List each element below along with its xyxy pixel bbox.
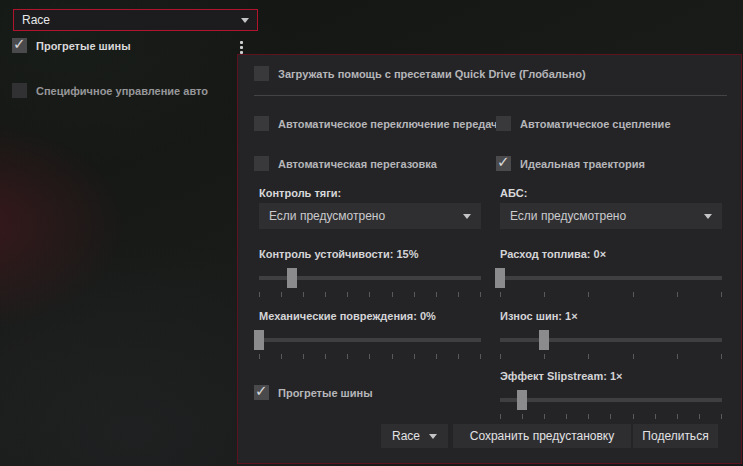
checkbox-label: Прогретые шины: [278, 387, 373, 399]
stability-control-slider: Контроль устойчивости: 15%: [259, 248, 481, 297]
checkbox-label: Прогретые шины: [36, 40, 131, 52]
preset-race-button[interactable]: Race: [381, 424, 448, 448]
race-preset-value: Race: [22, 13, 241, 27]
slider-ticks: [500, 354, 722, 359]
fuel-usage-slider: Расход топлива: 0×: [500, 248, 722, 297]
traction-control-dropdown[interactable]: Если предусмотрено: [259, 203, 481, 229]
divider: [254, 95, 727, 96]
checkbox-icon[interactable]: [254, 116, 269, 131]
chevron-down-icon: [429, 434, 437, 439]
slider-ticks: [500, 292, 722, 297]
checkbox-icon[interactable]: [496, 156, 511, 171]
slider-handle[interactable]: [254, 330, 264, 350]
checkbox-label: Автоматическое переключение передач: [278, 118, 497, 130]
warm-tires-checkbox-row-left[interactable]: Прогретые шины: [12, 38, 131, 53]
checkbox-label: Специфичное управление авто: [36, 85, 208, 97]
quickdrive-presets-checkbox-row[interactable]: Загружать помощь с пресетами Quick Drive…: [254, 66, 586, 81]
abs-dropdown[interactable]: Если предусмотрено: [500, 203, 722, 229]
warm-tires-checkbox-row-panel[interactable]: Прогретые шины: [254, 385, 373, 400]
slider-handle[interactable]: [287, 268, 297, 288]
abs-label: АБС:: [500, 187, 527, 199]
preset-race-button-label: Race: [392, 429, 420, 443]
mechanical-damage-slider: Механические повреждения: 0%: [259, 310, 481, 359]
slider-track[interactable]: [500, 398, 722, 402]
slider-ticks: [500, 414, 722, 419]
slider-track[interactable]: [500, 338, 722, 342]
tire-wear-slider: Износ шин: 1×: [500, 310, 722, 359]
checkbox-label: Автоматическая перегазовка: [278, 158, 437, 170]
slider-label: Расход топлива: 0×: [500, 248, 722, 260]
chevron-down-icon: [241, 18, 249, 23]
driving-assists-panel: Загружать помощь с пресетами Quick Drive…: [237, 54, 742, 464]
race-preset-dropdown[interactable]: Race: [13, 9, 258, 31]
slider-ticks: [259, 292, 481, 297]
chevron-down-icon: [463, 214, 471, 219]
slider-label: Контроль устойчивости: 15%: [259, 248, 481, 260]
auto-gearshift-checkbox-row[interactable]: Автоматическое переключение передач: [254, 116, 497, 131]
share-button[interactable]: Поделиться: [633, 424, 718, 448]
checkbox-icon[interactable]: [254, 385, 269, 400]
slider-track[interactable]: [500, 276, 722, 280]
slider-handle[interactable]: [517, 390, 527, 410]
checkbox-icon[interactable]: [254, 156, 269, 171]
auto-blip-checkbox-row[interactable]: Автоматическая перегазовка: [254, 156, 437, 171]
slider-label: Механические повреждения: 0%: [259, 310, 481, 322]
traction-control-label: Контроль тяги:: [259, 187, 341, 199]
checkbox-label: Идеальная траектория: [520, 158, 645, 170]
checkbox-icon[interactable]: [496, 116, 511, 131]
slider-handle[interactable]: [539, 330, 549, 350]
checkbox-icon[interactable]: [254, 66, 269, 81]
slider-ticks: [259, 354, 481, 359]
share-button-label: Поделиться: [642, 429, 708, 443]
car-specific-controls-checkbox-row[interactable]: Специфичное управление авто: [12, 83, 208, 98]
traction-control-value: Если предусмотрено: [269, 209, 463, 223]
checkbox-icon[interactable]: [12, 38, 27, 53]
auto-clutch-checkbox-row[interactable]: Автоматическое сцепление: [496, 116, 671, 131]
slider-handle[interactable]: [495, 268, 505, 288]
checkbox-label: Загружать помощь с пресетами Quick Drive…: [278, 68, 586, 80]
abs-value: Если предусмотрено: [510, 209, 704, 223]
slipstream-effect-slider: Эффект Slipstream: 1×: [500, 370, 722, 419]
checkbox-icon[interactable]: [12, 83, 27, 98]
slider-label: Износ шин: 1×: [500, 310, 722, 322]
save-preset-button-label: Сохранить предустановку: [470, 429, 615, 443]
chevron-down-icon: [704, 214, 712, 219]
checkbox-label: Автоматическое сцепление: [520, 118, 671, 130]
ideal-line-checkbox-row[interactable]: Идеальная траектория: [496, 156, 645, 171]
save-preset-button[interactable]: Сохранить предустановку: [453, 424, 631, 448]
slider-track[interactable]: [259, 338, 481, 342]
slider-label: Эффект Slipstream: 1×: [500, 370, 722, 382]
